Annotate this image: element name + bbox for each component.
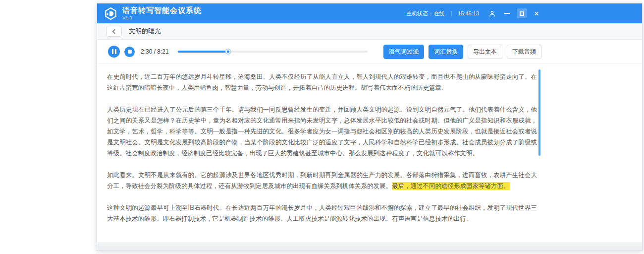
transcript-paragraph-4: 这种文明的起源最早可上溯至旧石器时代。在长达近两百万年的漫长岁月中，人类经过艰巨… bbox=[107, 202, 537, 224]
maximize-icon bbox=[520, 11, 524, 16]
title-bar: 语音转写智能会议系统 V1.0 主机状态：在线 | 15:45:13 × bbox=[97, 3, 642, 23]
stop-button[interactable] bbox=[124, 47, 135, 57]
progress-slider[interactable] bbox=[178, 51, 368, 53]
download-audio-button[interactable]: 下载音频 bbox=[507, 45, 541, 59]
transcript-paragraph-3: 如此看来。文明不是从来就有的。它的起源涉及世界各地区优秀时期，到新时期再到金属器… bbox=[107, 170, 537, 191]
vocabulary-replace-button[interactable]: 词汇替换 bbox=[429, 45, 463, 59]
document-title: 文明的曙光 bbox=[129, 27, 161, 36]
stop-icon bbox=[128, 50, 132, 54]
title-bar-right: 主机状态：在线 | 15:45:13 × bbox=[406, 8, 541, 18]
maximize-button[interactable] bbox=[517, 8, 527, 18]
playback-time: 2:30 / 8:21 bbox=[141, 48, 169, 55]
back-button[interactable] bbox=[106, 26, 122, 37]
minimize-button[interactable] bbox=[502, 8, 512, 18]
progress-fill bbox=[178, 51, 227, 53]
pause-button[interactable] bbox=[108, 46, 120, 58]
transcript-paragraph-2: 人类历史现在已经进入了公元后的第三个千年。请与我们一同反思曾经发生的变迁，并回顾… bbox=[107, 104, 537, 159]
app-version: V1.0 bbox=[122, 15, 202, 20]
close-icon: × bbox=[534, 9, 539, 18]
title-bar-inner: 语音转写智能会议系统 V1.0 主机状态：在线 | 15:45:13 × bbox=[97, 3, 541, 23]
chevron-left-icon bbox=[112, 29, 117, 34]
player-toolbar: 2:30 / 8:21 语气词过滤 词汇替换 导出文本 下载音频 bbox=[97, 40, 642, 64]
host-status-label: 主机状态：在线 bbox=[406, 10, 444, 17]
status-separator: | bbox=[450, 10, 452, 16]
vertical-scrollbar-thumb[interactable] bbox=[538, 69, 540, 156]
user-icon[interactable] bbox=[487, 8, 497, 18]
export-text-button[interactable]: 导出文本 bbox=[468, 45, 502, 59]
status-footer bbox=[97, 243, 642, 251]
filler-word-filter-button[interactable]: 语气词过滤 bbox=[383, 45, 424, 59]
close-button[interactable]: × bbox=[532, 8, 541, 18]
minimize-icon bbox=[504, 13, 510, 14]
clock-label: 15:45:13 bbox=[458, 10, 479, 16]
pause-icon bbox=[112, 49, 116, 54]
progress-thumb[interactable] bbox=[226, 50, 230, 54]
transcript-area: 在史前时代，近二百万年的悠远岁月斗转星移，沧海桑田。人类不仅经历了从能人直立人，… bbox=[97, 64, 642, 224]
app-brand: 语音转写智能会议系统 V1.0 bbox=[122, 6, 202, 21]
app-window: 语音转写智能会议系统 V1.0 主机状态：在线 | 15:45:13 × bbox=[97, 3, 643, 251]
action-buttons: 语气词过滤 词汇替换 导出文本 下载音频 bbox=[383, 45, 541, 59]
player-toolbar-inner: 2:30 / 8:21 语气词过滤 词汇替换 导出文本 下载音频 bbox=[97, 45, 541, 59]
transcript-paragraph-1: 在史前时代，近二百万年的悠远岁月斗转星移，沧海桑田。人类不仅经历了从能人直立人，… bbox=[107, 71, 537, 93]
app-logo-icon bbox=[104, 7, 117, 20]
document-header: 文明的曙光 bbox=[97, 23, 642, 40]
app-title: 语音转写智能会议系统 bbox=[122, 6, 202, 15]
highlighted-sentence: 最后，通过不同的途径形成国家等诸方面。 bbox=[392, 182, 510, 190]
